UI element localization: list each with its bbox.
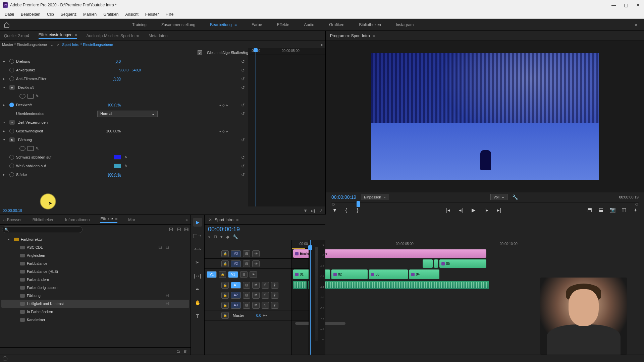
reset-icon[interactable]: ↺ [241,137,245,142]
snap-icon[interactable]: ⌖ [208,234,210,240]
step-forward-icon[interactable]: |▸ [483,207,490,213]
workspace-assembly[interactable]: Zusammenstellung [161,20,196,29]
program-viewport[interactable] [326,41,644,192]
fx-type-icon[interactable]: 🎞 [169,227,173,232]
amount-value[interactable]: 100,0 % [107,173,121,177]
fx-type-icon[interactable]: 🎞 [184,227,189,232]
lock-track-button[interactable] [219,271,226,278]
effect-item[interactable]: Farbe übrig lassen [1,284,189,292]
hamburger-icon[interactable]: ≡ [236,218,238,222]
hamburger-icon[interactable]: ≡ [373,34,375,38]
twirl-icon[interactable]: ▸ [3,173,7,176]
tab-markers[interactable]: Mar [127,216,136,224]
tab-audio-mixer[interactable]: Audioclip-Mischer: Sport Intro [86,32,140,40]
anchor-point-value[interactable]: 960,0 540,0 [119,68,141,72]
uniform-scale-checkbox[interactable]: ✓ [198,50,202,55]
effect-item[interactable]: Farbe ändern [1,276,189,284]
hamburger-icon[interactable]: ≡ [234,22,237,27]
master-value[interactable]: 0,0 [256,313,261,317]
clip-04[interactable]: 04 [409,269,439,279]
overflow-icon[interactable]: » [185,218,188,222]
track-a2-label[interactable]: A2 [231,292,241,299]
comparison-icon[interactable]: ◫ [621,207,627,213]
eyedropper-icon[interactable]: ✎ [124,164,127,168]
mute-button[interactable]: M [252,292,260,299]
timeline-zoom-scroll[interactable] [294,322,306,325]
blend-mode-dropdown[interactable]: Normal⌄ [97,111,158,117]
workspace-overflow-icon[interactable]: » [631,22,641,27]
tab-source[interactable]: Quelle: 2.mp4 [3,32,30,40]
workspace-editing[interactable]: Bearbeitung≡ [209,20,237,29]
extract-icon[interactable]: ⬓ [598,207,604,213]
settings-icon[interactable]: ◆ [226,234,229,240]
keyframe-nav[interactable]: ◂◇▸ [219,129,228,133]
clip-02[interactable]: 02 [331,269,368,279]
menu-window[interactable]: Fenster [142,11,162,18]
effect-item[interactable]: Angleichen [1,251,189,259]
reset-icon[interactable]: ↺ [241,111,245,116]
fx-badge[interactable]: fx [9,85,15,90]
reset-icon[interactable]: ↺ [241,85,245,90]
workspace-training[interactable]: Training [131,20,147,29]
close-button[interactable]: ✕ [635,2,641,8]
track-a1-label[interactable]: A1 [231,282,241,289]
voice-over-button[interactable]: 🎙 [271,302,278,309]
tab-metadata[interactable]: Metadaten [148,32,168,40]
clip[interactable] [434,259,438,268]
add-marker-icon[interactable]: ▼ [331,207,338,213]
sequence-clip-label[interactable]: Sport Intro * Einstellungsebene [62,43,113,47]
map-white-color[interactable] [114,164,121,168]
share-icon[interactable]: ↗ [319,208,323,213]
clip-05[interactable]: 05 [439,259,486,268]
sync-lock-button[interactable] [240,271,248,278]
timeline-title[interactable]: Sport Intro [215,218,233,222]
go-to-in-icon[interactable]: |◂ [445,207,451,213]
map-black-color[interactable] [114,155,121,160]
delete-icon[interactable]: 🗑 [183,349,187,353]
menu-graphics[interactable]: Grafiken [100,11,122,18]
twirl-icon[interactable]: ▾ [3,86,7,89]
menu-sequence[interactable]: Sequenz [57,11,80,18]
slip-tool[interactable]: |↔| [193,272,202,280]
workspace-effects[interactable]: Effekte [276,20,290,29]
folder-label[interactable]: Farbkorrektur [21,237,43,241]
reset-icon[interactable]: ↺ [241,155,245,160]
reset-icon[interactable]: ↺ [241,103,245,108]
stopwatch-icon[interactable] [9,172,14,177]
tab-media-browser[interactable]: a-Browser [3,216,22,224]
twirl-icon[interactable]: ▸ [3,103,7,107]
wrench-icon[interactable]: 🔧 [512,194,518,200]
timeline-playhead[interactable] [310,240,311,355]
master-clip-label[interactable]: Master * Einstellungsebene [2,43,47,47]
solo-button[interactable]: S [262,292,269,299]
pen-mask-icon[interactable] [36,94,42,99]
maximize-button[interactable]: ▢ [623,2,629,8]
mark-in-icon[interactable]: { [343,207,350,213]
speed-value[interactable]: 100,00% [106,129,121,133]
rect-mask-icon[interactable] [28,146,34,151]
stopwatch-icon[interactable] [9,155,14,160]
keyframe-nav[interactable]: ◂◇▸ [219,103,228,107]
eyedropper-icon[interactable]: ✎ [124,155,127,160]
toggle-track-output[interactable] [250,271,257,278]
opacity-value[interactable]: 100,0 % [107,103,121,107]
effect-item[interactable]: ASC CDL🎞🎞 [1,243,189,251]
tab-libraries[interactable]: Bibliotheken [32,216,55,224]
menu-view[interactable]: Ansicht [122,11,142,18]
effect-item[interactable]: Farbbalance (HLS) [1,267,189,276]
workspace-audio[interactable]: Audio [304,20,315,29]
pen-mask-icon[interactable] [36,146,42,151]
twirl-icon[interactable]: ▾ [3,138,7,141]
effects-search-input[interactable]: 🔍 [2,226,83,233]
toggle-track-output[interactable] [252,260,260,267]
program-current-time[interactable]: 00:00:00:19 [331,194,356,200]
reset-icon[interactable]: ↺ [241,172,245,177]
wrench-icon[interactable]: 🔧 [233,234,238,240]
effect-item[interactable]: In Farbe ändern [1,308,189,316]
expand-icon[interactable]: ▸◂ [263,313,267,317]
ec-playhead[interactable] [256,48,256,206]
twirl-icon[interactable]: ▾ [3,121,7,124]
pen-tool[interactable]: ✒ [193,285,202,294]
rotation-value[interactable]: 0,0 [116,59,121,63]
tab-info[interactable]: Informationen [64,216,90,224]
